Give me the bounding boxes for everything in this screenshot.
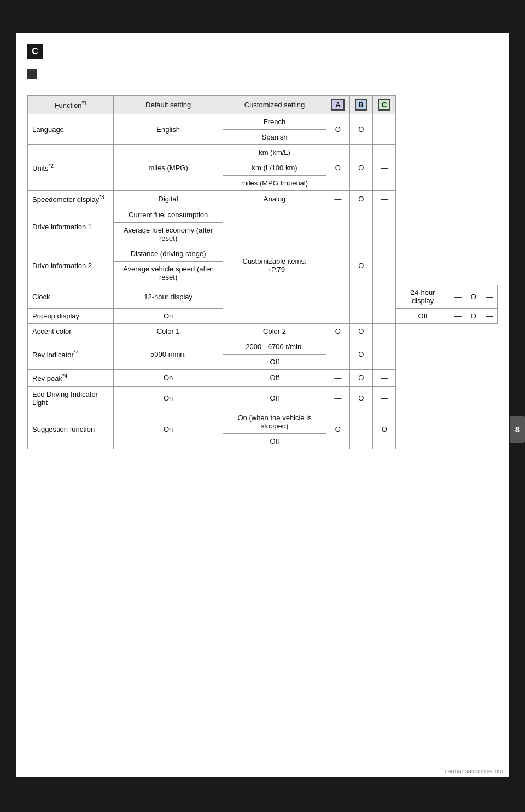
table-row: Suggestion function On On (when the vehi… bbox=[28, 410, 498, 433]
customized-header: Customized setting bbox=[223, 96, 326, 114]
col-c-header: C bbox=[373, 96, 396, 114]
table-row: Drive information 1 Current fuel consump… bbox=[28, 207, 498, 223]
function-header: Function*1 bbox=[28, 96, 114, 114]
sidebar-number: 8 bbox=[510, 416, 525, 443]
table-row: Units*2 miles (MPG) km (km/L) O O — bbox=[28, 145, 498, 160]
default-header: Default setting bbox=[114, 96, 223, 114]
watermark: carmanualsonline.info bbox=[445, 768, 503, 774]
section-badge: C bbox=[27, 44, 43, 59]
section-marker bbox=[27, 69, 37, 79]
table-row: Eco Driving Indicator Light On Off — O — bbox=[28, 386, 498, 410]
table-row: Language English French O O — bbox=[28, 114, 498, 130]
table-row: Rev indicator*4 5000 r/min. 2000 - 6700 … bbox=[28, 339, 498, 355]
table-row: Speedometer display*3 Digital Analog — O… bbox=[28, 191, 498, 207]
col-b-header: B bbox=[349, 96, 372, 114]
table-row: Accent color Color 1 Color 2 O O — bbox=[28, 324, 498, 339]
col-a-header: A bbox=[326, 96, 349, 114]
table-row: Rev peak*4 On Off — O — bbox=[28, 370, 498, 386]
settings-table: Function*1 Default setting Customized se… bbox=[27, 95, 498, 449]
